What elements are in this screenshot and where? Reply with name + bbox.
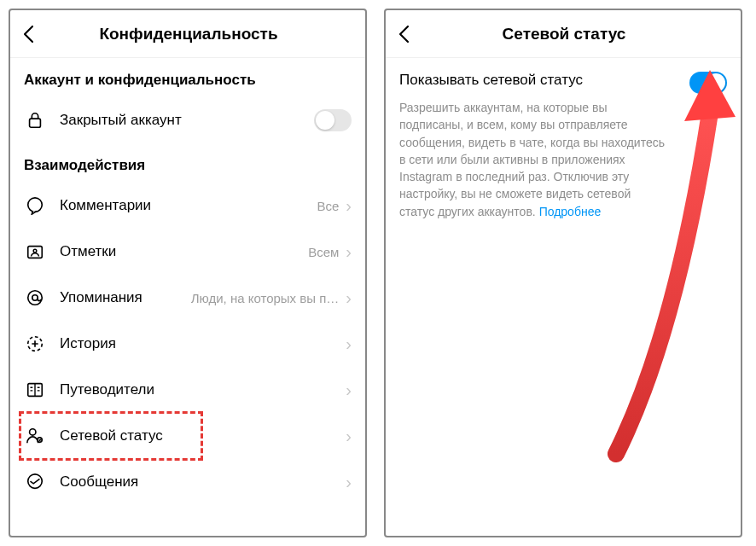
row-label: Сетевой статус bbox=[60, 427, 346, 444]
row-comments[interactable]: Комментарии Все › bbox=[10, 183, 365, 229]
row-value: Люди, на которых вы п… bbox=[191, 291, 340, 305]
section-interactions-title: Взаимодействия bbox=[10, 143, 365, 183]
story-icon bbox=[24, 333, 46, 355]
row-guides[interactable]: Путеводители › bbox=[10, 367, 365, 413]
chevron-right-icon: › bbox=[346, 473, 352, 491]
svg-point-10 bbox=[28, 474, 43, 489]
chevron-right-icon: › bbox=[346, 243, 352, 260]
chevron-right-icon: › bbox=[346, 289, 352, 306]
row-label: Путеводители bbox=[60, 381, 346, 398]
svg-rect-0 bbox=[30, 119, 41, 127]
row-story[interactable]: История › bbox=[10, 321, 365, 367]
row-tags[interactable]: Отметки Всем › bbox=[10, 229, 365, 275]
svg-point-3 bbox=[33, 249, 37, 253]
header: Конфиденциальность bbox=[10, 10, 365, 58]
row-label: Отметки bbox=[60, 243, 308, 260]
row-label: Сообщения bbox=[60, 473, 346, 491]
row-messages[interactable]: Сообщения › bbox=[10, 459, 365, 505]
guides-icon bbox=[24, 379, 46, 401]
row-value: Все bbox=[317, 199, 339, 213]
section-account-title: Аккаунт и конфиденциальность bbox=[10, 58, 365, 97]
activity-status-icon bbox=[24, 425, 46, 447]
row-label: Комментарии bbox=[60, 197, 317, 214]
svg-point-8 bbox=[30, 429, 36, 435]
row-activity-status[interactable]: Сетевой статус › bbox=[10, 413, 365, 459]
setting-description: Разрешить аккаунтам, на которые вы подпи… bbox=[399, 99, 727, 220]
privacy-screen: Конфиденциальность Аккаунт и конфиденциа… bbox=[9, 9, 367, 537]
private-account-toggle[interactable] bbox=[314, 109, 352, 131]
learn-more-link[interactable]: Подробнее bbox=[539, 203, 602, 220]
at-icon bbox=[24, 287, 46, 309]
row-label: История bbox=[60, 335, 346, 352]
setting-title: Показывать сетевой статус bbox=[399, 72, 689, 89]
setting-description-text: Разрешить аккаунтам, на которые вы подпи… bbox=[399, 101, 665, 218]
page-title: Сетевой статус bbox=[399, 25, 729, 44]
setting-block: Показывать сетевой статус Разрешить акка… bbox=[386, 58, 741, 234]
row-label: Упоминания bbox=[60, 289, 191, 306]
chevron-right-icon: › bbox=[346, 335, 352, 352]
messages-icon bbox=[24, 471, 46, 493]
show-activity-status-toggle[interactable] bbox=[689, 72, 727, 94]
chevron-right-icon: › bbox=[346, 197, 352, 214]
svg-point-5 bbox=[32, 295, 38, 300]
private-account-label: Закрытый аккаунт bbox=[60, 112, 314, 129]
svg-point-1 bbox=[28, 198, 43, 212]
page-title: Конфиденциальность bbox=[24, 25, 353, 44]
row-value: Всем bbox=[308, 245, 339, 259]
tag-icon bbox=[24, 241, 46, 263]
svg-point-4 bbox=[28, 291, 43, 305]
chevron-right-icon: › bbox=[346, 427, 352, 444]
row-mentions[interactable]: Упоминания Люди, на которых вы п… › bbox=[10, 275, 365, 321]
header: Сетевой статус bbox=[386, 10, 741, 58]
lock-icon bbox=[24, 109, 46, 131]
chevron-right-icon: › bbox=[346, 381, 352, 398]
comment-icon bbox=[24, 195, 46, 217]
activity-status-screen: Сетевой статус Показывать сетевой статус… bbox=[384, 9, 742, 537]
row-private-account[interactable]: Закрытый аккаунт bbox=[10, 97, 365, 143]
